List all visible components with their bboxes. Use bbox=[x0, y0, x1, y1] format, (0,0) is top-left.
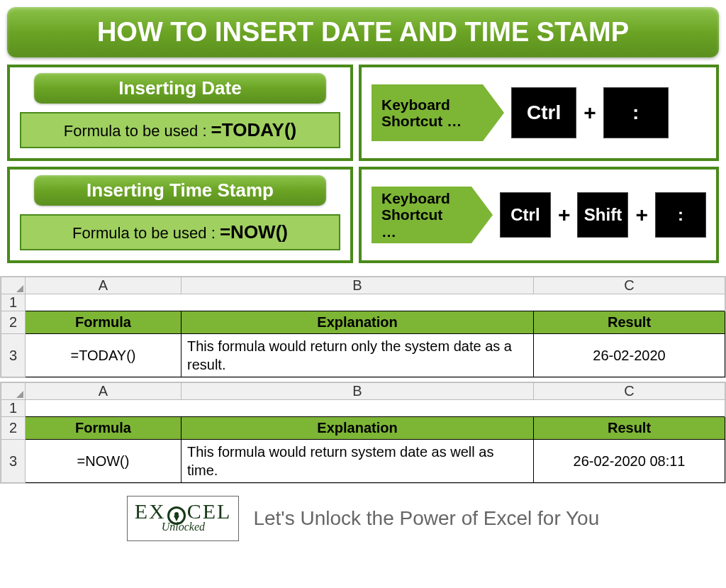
column-header-c[interactable]: C bbox=[534, 383, 725, 400]
shortcut-label-line2: Shortcut … bbox=[381, 113, 462, 129]
column-header-a[interactable]: A bbox=[26, 383, 182, 400]
cell-result[interactable]: 26-02-2020 08:11 bbox=[534, 440, 725, 483]
row-header-1[interactable]: 1 bbox=[1, 294, 26, 311]
header-result[interactable]: Result bbox=[534, 417, 725, 440]
panel-time-shortcut: Keyboard Shortcut … Ctrl + Shift + : bbox=[359, 167, 719, 263]
key-shift: Shift bbox=[577, 192, 628, 238]
column-header-b[interactable]: B bbox=[182, 383, 534, 400]
row-header-2[interactable]: 2 bbox=[1, 417, 26, 440]
header-explanation[interactable]: Explanation bbox=[182, 311, 534, 334]
column-header-c[interactable]: C bbox=[534, 277, 725, 294]
logo-text-e: E bbox=[135, 499, 149, 523]
plus-icon: + bbox=[558, 203, 571, 227]
row-header-1[interactable]: 1 bbox=[1, 400, 26, 417]
panel-time-formula: Inserting Time Stamp Formula to be used … bbox=[7, 167, 353, 263]
formula-box-now: Formula to be used : =NOW() bbox=[20, 214, 340, 250]
select-all-corner[interactable] bbox=[1, 277, 26, 294]
column-header-b[interactable]: B bbox=[182, 277, 534, 294]
cell-explanation[interactable]: This formula would return system date as… bbox=[182, 440, 534, 483]
formula-label: Formula to be used : bbox=[72, 224, 220, 242]
column-header-a[interactable]: A bbox=[26, 277, 182, 294]
key-colon: : bbox=[603, 87, 669, 138]
section-inserting-timestamp: Inserting Time Stamp Formula to be used … bbox=[7, 167, 719, 263]
panel-date-shortcut: Keyboard Shortcut … Ctrl + : bbox=[359, 65, 719, 161]
tagline: Let's Unlock the Power of Excel for You bbox=[253, 507, 599, 530]
formula-now: =NOW() bbox=[220, 221, 288, 243]
key-colon: : bbox=[655, 192, 706, 238]
row-header-3[interactable]: 3 bbox=[1, 440, 26, 483]
row-header-2[interactable]: 2 bbox=[1, 311, 26, 334]
header-result[interactable]: Result bbox=[534, 311, 725, 334]
key-ctrl: Ctrl bbox=[500, 192, 551, 238]
logo-subtext: Unlocked bbox=[162, 521, 232, 533]
section-inserting-date: Inserting Date Formula to be used : =TOD… bbox=[7, 65, 719, 161]
formula-box-today: Formula to be used : =TODAY() bbox=[20, 112, 340, 148]
heading-inserting-timestamp: Inserting Time Stamp bbox=[34, 175, 326, 206]
plus-icon: + bbox=[583, 101, 596, 125]
logo-text-cel: CEL bbox=[187, 499, 232, 523]
heading-inserting-date: Inserting Date bbox=[34, 73, 326, 104]
example-sheet-now: A B C 1 2 Formula Explanation Result 3 =… bbox=[0, 382, 726, 484]
row-header-3[interactable]: 3 bbox=[1, 334, 26, 377]
cell-result[interactable]: 26-02-2020 bbox=[534, 334, 725, 377]
shortcut-keys-time: Ctrl + Shift + : bbox=[500, 192, 706, 238]
shortcut-label-line2: Shortcut … bbox=[381, 206, 450, 239]
header-formula[interactable]: Formula bbox=[26, 311, 182, 334]
key-ctrl: Ctrl bbox=[511, 87, 576, 138]
cell-formula[interactable]: =NOW() bbox=[26, 440, 182, 483]
shortcut-label-line1: Keyboard bbox=[381, 96, 462, 113]
plus-icon: + bbox=[635, 203, 648, 227]
header-explanation[interactable]: Explanation bbox=[182, 417, 534, 440]
empty-row[interactable] bbox=[26, 294, 725, 311]
formula-label: Formula to be used : bbox=[64, 122, 211, 140]
shortcut-keys-date: Ctrl + : bbox=[511, 87, 669, 138]
shortcut-label-line1: Keyboard bbox=[381, 190, 450, 206]
example-sheet-today: A B C 1 2 Formula Explanation Result 3 =… bbox=[0, 276, 726, 378]
shortcut-label: Keyboard Shortcut … bbox=[372, 187, 471, 243]
formula-today: =TODAY() bbox=[211, 119, 297, 140]
cell-explanation[interactable]: This formula would return only the syste… bbox=[182, 334, 534, 377]
footer: EXCEL Unlocked Let's Unlock the Power of… bbox=[0, 487, 726, 545]
shortcut-label: Keyboard Shortcut … bbox=[372, 84, 483, 141]
page-title: HOW TO INSERT DATE AND TIME STAMP bbox=[7, 7, 719, 57]
panel-date-formula: Inserting Date Formula to be used : =TOD… bbox=[7, 65, 353, 161]
logo-text-x: X bbox=[149, 499, 166, 523]
header-formula[interactable]: Formula bbox=[26, 417, 182, 440]
select-all-corner[interactable] bbox=[1, 383, 26, 400]
cell-formula[interactable]: =TODAY() bbox=[26, 334, 182, 377]
empty-row[interactable] bbox=[26, 400, 725, 417]
logo-excel-unlocked: EXCEL Unlocked bbox=[127, 496, 240, 541]
